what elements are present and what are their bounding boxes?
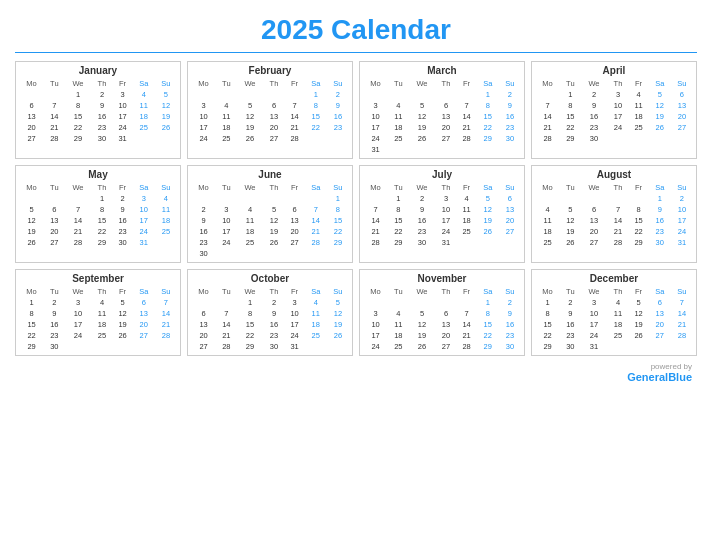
calendar-day	[263, 248, 284, 259]
calendar-week-row: 9101112131415	[191, 215, 349, 226]
calendar-day: 30	[91, 133, 112, 144]
calendar-day: 6	[44, 204, 64, 215]
calendar-day: 25	[388, 341, 408, 352]
calendar-day: 14	[44, 111, 64, 122]
calendar-day: 20	[19, 122, 44, 133]
calendar-day	[607, 133, 628, 144]
weekday-header: We	[581, 286, 608, 297]
weekday-header: Su	[155, 182, 177, 193]
calendar-day	[237, 193, 264, 204]
weekday-header: Sa	[477, 78, 499, 89]
calendar-day: 26	[237, 133, 264, 144]
calendar-day: 28	[44, 133, 64, 144]
weekday-header: We	[409, 78, 436, 89]
calendar-day: 18	[535, 226, 560, 237]
month-table-june: MoTuWeThFrSaSu12345678910111213141516171…	[191, 182, 349, 259]
calendar-day: 15	[477, 111, 499, 122]
calendar-week-row: 2345678	[191, 204, 349, 215]
weekday-header: Mo	[19, 78, 44, 89]
calendar-day: 9	[499, 308, 521, 319]
weekday-header: Th	[263, 182, 284, 193]
month-table-january: MoTuWeThFrSaSu12345678910111213141516171…	[19, 78, 177, 144]
calendar-day: 27	[671, 122, 693, 133]
calendar-day: 22	[560, 122, 580, 133]
calendar-day: 17	[285, 319, 305, 330]
calendar-day	[409, 89, 436, 100]
calendar-day: 18	[629, 111, 649, 122]
calendar-day	[629, 193, 649, 204]
calendar-day: 20	[133, 319, 155, 330]
calendar-week-row: 21222324252627	[363, 226, 521, 237]
calendar-week-row: 21222324252627	[535, 122, 693, 133]
calendar-day: 5	[113, 297, 133, 308]
calendar-day: 24	[191, 133, 216, 144]
calendar-day	[155, 133, 177, 144]
month-block-july: JulyMoTuWeThFrSaSu1234567891011121314151…	[359, 165, 525, 263]
weekday-header: Sa	[133, 286, 155, 297]
calendar-day: 4	[388, 308, 408, 319]
calendar-day: 12	[155, 100, 177, 111]
calendar-day: 4	[535, 204, 560, 215]
calendar-day: 18	[305, 319, 327, 330]
calendar-day: 23	[91, 122, 112, 133]
brand-blue: Blue	[668, 371, 692, 383]
calendar-day: 28	[65, 237, 92, 248]
weekday-header: Th	[435, 78, 456, 89]
calendar-day: 2	[671, 193, 693, 204]
calendar-day	[409, 297, 436, 308]
month-table-november: MoTuWeThFrSaSu12345678910111213141516171…	[363, 286, 521, 352]
calendar-day: 22	[91, 226, 112, 237]
calendar-day: 9	[91, 100, 112, 111]
weekday-header: Th	[91, 182, 112, 193]
calendar-day: 18	[388, 122, 408, 133]
calendar-week-row: 16171819202122	[191, 226, 349, 237]
calendar-day: 24	[216, 237, 236, 248]
calendar-day: 12	[649, 100, 671, 111]
calendar-day: 18	[237, 226, 264, 237]
calendar-day: 5	[237, 100, 264, 111]
weekday-header: Mo	[363, 78, 388, 89]
calendar-day: 4	[91, 297, 112, 308]
calendar-day: 8	[237, 308, 264, 319]
weekday-header: We	[237, 286, 264, 297]
calendar-day: 6	[19, 100, 44, 111]
calendar-day	[327, 341, 349, 352]
calendar-day: 1	[649, 193, 671, 204]
calendar-day	[305, 133, 327, 144]
calendar-week-row: 78910111213	[363, 204, 521, 215]
month-title-november: November	[363, 273, 521, 284]
calendar-day: 2	[113, 193, 133, 204]
calendar-day: 24	[363, 133, 388, 144]
calendar-day: 7	[65, 204, 92, 215]
calendar-day	[65, 341, 92, 352]
calendar-week-row: 567891011	[19, 204, 177, 215]
calendar-day: 16	[581, 111, 608, 122]
calendar-week-row: 10111213141516	[191, 111, 349, 122]
weekday-header: Sa	[133, 78, 155, 89]
calendar-day: 4	[457, 193, 477, 204]
calendar-day: 30	[581, 133, 608, 144]
calendar-day	[477, 144, 499, 155]
month-title-may: May	[19, 169, 177, 180]
calendar-day: 16	[409, 215, 436, 226]
month-block-january: JanuaryMoTuWeThFrSaSu1234567891011121314…	[15, 61, 181, 159]
weekday-header: Th	[263, 78, 284, 89]
calendar-day: 15	[629, 215, 649, 226]
calendar-day	[237, 248, 264, 259]
calendar-day: 11	[216, 111, 236, 122]
calendar-day: 29	[237, 341, 264, 352]
calendar-day: 15	[477, 319, 499, 330]
calendar-day: 18	[91, 319, 112, 330]
weekday-header: We	[65, 286, 92, 297]
calendar-week-row: 12	[363, 297, 521, 308]
calendar-day	[629, 341, 649, 352]
weekday-header: Mo	[363, 286, 388, 297]
calendar-day: 16	[44, 319, 64, 330]
calendar-day: 13	[285, 215, 305, 226]
calendar-day: 26	[19, 237, 44, 248]
calendar-day: 20	[435, 122, 456, 133]
calendar-day: 29	[477, 341, 499, 352]
calendar-day: 12	[409, 111, 436, 122]
month-block-november: NovemberMoTuWeThFrSaSu123456789101112131…	[359, 269, 525, 356]
calendar-week-row: 30	[191, 248, 349, 259]
